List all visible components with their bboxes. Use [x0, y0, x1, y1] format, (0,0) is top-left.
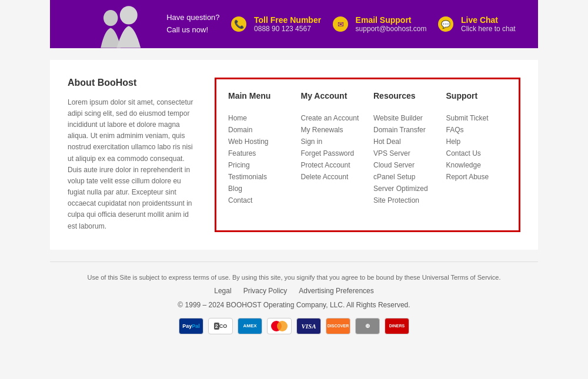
- support-help[interactable]: Help: [446, 136, 507, 147]
- support-title: Support: [446, 91, 507, 103]
- discover-icon: DISCOVER: [326, 318, 350, 334]
- account-renewals[interactable]: My Renewals: [301, 124, 362, 136]
- amex-icon: AMEX: [238, 318, 262, 334]
- footer-links: Legal Privacy Policy Advertising Prefere…: [50, 287, 538, 295]
- terms-text: Use of this Site is subject to express t…: [50, 274, 538, 281]
- my-account-title: My Account: [301, 91, 362, 103]
- support-report-abuse[interactable]: Report Abuse: [446, 171, 507, 183]
- live-chat-item[interactable]: 💬 Live Chat Click here to chat: [436, 15, 516, 33]
- other-payment-icon: ⊕: [355, 318, 380, 334]
- chat-icon: 💬: [436, 15, 455, 33]
- support-faqs[interactable]: FAQs: [446, 124, 507, 136]
- payment-icons: PayPal 2 CO AMEX VISA DISCOVER ⊕ DINERS: [50, 318, 538, 334]
- footer: Use of this Site is subject to express t…: [0, 262, 588, 346]
- svg-text:💬: 💬: [441, 19, 451, 29]
- resource-cloud-server[interactable]: Cloud Server: [373, 159, 435, 171]
- menu-testimonials[interactable]: Testimonials: [228, 171, 289, 183]
- account-forget-password[interactable]: Forget Password: [301, 147, 362, 159]
- menu-blog[interactable]: Blog: [228, 183, 289, 194]
- copyright-text: © 1999 – 2024 BOOHOST Operating Company,…: [50, 301, 538, 309]
- resource-domain-transfer[interactable]: Domain Transfer: [373, 124, 435, 136]
- footer-link-privacy[interactable]: Privacy Policy: [243, 287, 288, 295]
- email-support-item: ✉ Email Support support@boohost.com: [331, 15, 427, 33]
- main-menu-column: Main Menu Home Domain Web Hosting Featur…: [228, 91, 289, 206]
- resource-site-protection[interactable]: Site Protection: [373, 194, 435, 206]
- mastercard-icon: [267, 318, 292, 334]
- menu-domain[interactable]: Domain: [228, 124, 289, 136]
- account-create[interactable]: Create an Account: [301, 112, 362, 124]
- visa-icon: VISA: [296, 318, 321, 334]
- resources-title: Resources: [373, 91, 435, 103]
- tco-icon: 2 CO: [208, 318, 233, 334]
- svg-point-1: [120, 6, 138, 24]
- menu-web-hosting[interactable]: Web Hosting: [228, 136, 289, 147]
- support-knowledge[interactable]: Knowledge: [446, 159, 507, 171]
- about-title: About BooHost: [68, 78, 197, 88]
- email-icon: ✉: [331, 15, 350, 33]
- menu-grid-wrapper: Main Menu Home Domain Web Hosting Featur…: [215, 78, 520, 232]
- menu-home[interactable]: Home: [228, 112, 289, 124]
- resource-website-builder[interactable]: Website Builder: [373, 112, 435, 124]
- about-section: About BooHost Lorem ipsum dolor sit amet…: [68, 78, 197, 232]
- menu-pricing[interactable]: Pricing: [228, 159, 289, 171]
- svg-point-9: [277, 321, 288, 331]
- phone-icon: 📞: [229, 15, 248, 33]
- about-text: Lorem ipsum dolor sit amet, consectetur …: [68, 97, 197, 232]
- svg-point-0: [103, 10, 118, 26]
- silhouette-graphic: [50, 0, 168, 48]
- resource-hot-deal[interactable]: Hot Deal: [373, 136, 435, 147]
- live-chat-text: Live Chat Click here to chat: [461, 15, 516, 33]
- toll-free-text: Toll Free Number 0888 90 123 4567: [254, 15, 321, 33]
- menu-features[interactable]: Features: [228, 147, 289, 159]
- support-submit-ticket[interactable]: Submit Ticket: [446, 112, 507, 124]
- diners-icon: DINERS: [385, 318, 409, 334]
- toll-free-item: 📞 Toll Free Number 0888 90 123 4567: [229, 15, 321, 33]
- account-protect[interactable]: Protect Account: [301, 159, 362, 171]
- email-text: Email Support support@boohost.com: [356, 15, 427, 33]
- support-column: Support Submit Ticket FAQs Help Contact …: [446, 91, 507, 206]
- main-content: About BooHost Lorem ipsum dolor sit amet…: [50, 60, 538, 250]
- call-us-now-text: Call us now!: [166, 24, 219, 36]
- menu-grid: Main Menu Home Domain Web Hosting Featur…: [228, 91, 507, 206]
- menu-contact[interactable]: Contact: [228, 194, 289, 206]
- have-question-text: Have question?: [166, 12, 219, 24]
- footer-link-advertising[interactable]: Advertising Preferences: [299, 287, 373, 295]
- support-contact-us[interactable]: Contact Us: [446, 147, 507, 159]
- resource-cpanel-setup[interactable]: cPanel Setup: [373, 171, 435, 183]
- svg-text:✉: ✉: [337, 20, 343, 29]
- svg-text:📞: 📞: [234, 19, 245, 29]
- resource-vps-server[interactable]: VPS Server: [373, 147, 435, 159]
- account-sign-in[interactable]: Sign in: [301, 136, 362, 147]
- paypal-icon: PayPal: [179, 318, 203, 334]
- resources-column: Resources Website Builder Domain Transfe…: [373, 91, 435, 206]
- main-menu-title: Main Menu: [228, 91, 289, 103]
- my-account-column: My Account Create an Account My Renewals…: [301, 91, 362, 206]
- header-banner: Have question? Call us now! 📞 Toll Free …: [50, 0, 538, 48]
- call-us-section: Have question? Call us now!: [166, 12, 219, 36]
- footer-link-legal[interactable]: Legal: [214, 287, 231, 295]
- account-delete[interactable]: Delete Account: [301, 171, 362, 183]
- header-contact-info: Have question? Call us now! 📞 Toll Free …: [162, 12, 520, 36]
- resource-server-optimized[interactable]: Server Optimized: [373, 183, 435, 194]
